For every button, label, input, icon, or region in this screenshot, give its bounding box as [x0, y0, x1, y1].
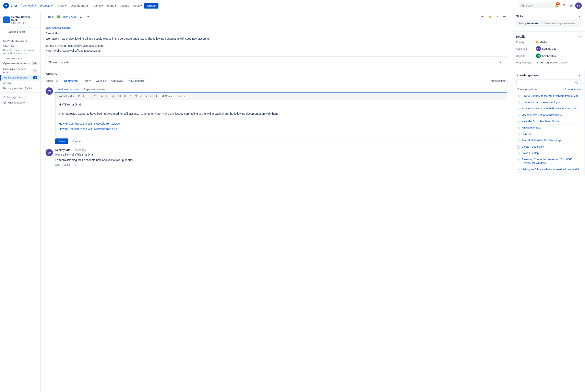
- thumbsup-icon[interactable]: 👍: [486, 14, 493, 20]
- comment-emoji-action[interactable]: ☺: [75, 164, 77, 166]
- priority-row: Priority Medium: [516, 41, 581, 44]
- settings-icon[interactable]: ⚙️: [568, 2, 574, 9]
- give-feedback-icon: 📢: [3, 101, 7, 104]
- similar-requests-expand[interactable]: ▾: [497, 59, 503, 66]
- toolbar-code[interactable]: <>: [139, 94, 144, 98]
- search-input[interactable]: [526, 4, 550, 7]
- toolbar-plus[interactable]: +: [149, 94, 153, 98]
- toolbar-mention[interactable]: @: [123, 94, 128, 98]
- tab-comments[interactable]: Comments: [63, 78, 79, 83]
- toolbar-text-style[interactable]: Normal text ▾: [57, 94, 75, 98]
- kb-article-0[interactable]: 📄 How to Connect to the WiFi Network fro…: [516, 93, 580, 99]
- toolbar-bold[interactable]: B: [77, 94, 81, 98]
- nav-your-work[interactable]: Your work ▾: [20, 3, 38, 8]
- nav-apps[interactable]: Apps ▾: [131, 3, 143, 8]
- add-internal-note-tab[interactable]: Add internal note: [55, 86, 81, 92]
- sidebar-item-recently-resolved[interactable]: Recently resolved (last 7 d...: [0, 86, 41, 91]
- nav-projects[interactable]: Projects ▾: [39, 3, 54, 8]
- kb-article-icon-3: 📄: [516, 114, 520, 117]
- editor-link-2[interactable]: How to Connect to the WiFi Network from …: [59, 127, 503, 131]
- editor-content[interactable]: Hi @Keisha Onai , The requested accounts…: [55, 100, 507, 136]
- toolbar-info[interactable]: ℹ: [145, 94, 148, 98]
- tab-approvals[interactable]: Approvals: [109, 78, 124, 83]
- toolbar-emoji[interactable]: ☺: [128, 94, 133, 98]
- summarize-button[interactable]: ✦ Summarize: [126, 78, 147, 83]
- kb-article-icon-9: 📄: [516, 152, 520, 155]
- kb-create-article-button[interactable]: + Create article: [562, 88, 580, 91]
- watch-icon[interactable]: 👁: [479, 14, 486, 20]
- nav-assets[interactable]: Assets: [119, 3, 131, 8]
- editor-link-1[interactable]: How to Connect to the WiFi Network from …: [59, 122, 503, 126]
- newest-first-sort[interactable]: Newest first ↕: [491, 79, 507, 82]
- project-name: Central Service Desk: [12, 16, 37, 22]
- summarize-icon: ✦: [128, 79, 130, 82]
- kb-article-text-5: Knowledge Base: [521, 126, 541, 130]
- tab-history[interactable]: History: [81, 78, 92, 83]
- tab-all[interactable]: All: [55, 78, 61, 83]
- toolbar-ai[interactable]: ✦: [154, 94, 159, 98]
- toolbar-number-list[interactable]: 1.: [104, 94, 109, 98]
- create-button[interactable]: Create: [144, 3, 159, 8]
- user-avatar[interactable]: SV: [575, 2, 582, 9]
- sidebar-item-give-feedback[interactable]: 📢 Give feedback: [0, 100, 41, 105]
- comment-delete-action[interactable]: Delete: [64, 164, 71, 166]
- cancel-button[interactable]: Cancel: [70, 138, 84, 144]
- kb-article-7[interactable]: 📄 TeamHuddle (Web Conferencing): [516, 137, 580, 144]
- view-portal-link[interactable]: View request in portal: [46, 26, 507, 29]
- kb-search-box[interactable]: 🔍: [516, 79, 580, 86]
- kb-article-3[interactable]: 📄 Macbook Pro Setup for new users: [516, 112, 580, 118]
- sidebar-item-my-requests[interactable]: My service requests 4: [0, 75, 41, 80]
- similar-requests-more[interactable]: •••: [489, 59, 495, 66]
- toolbar-table[interactable]: ⊞: [134, 94, 138, 98]
- sidebar-item-unassigned[interactable]: Unassigned service requ... 1: [0, 66, 41, 75]
- toolbar-text-color[interactable]: A▾: [93, 94, 98, 98]
- recently-resolved-label: Recently resolved (last 7 d...: [3, 86, 37, 90]
- knowledge-base-section: Knowledge base ▲ 🔍 15 related articles +…: [512, 70, 585, 176]
- logo[interactable]: Jira: [3, 3, 17, 8]
- kb-article-5[interactable]: 📄 Knowledge Base: [516, 125, 580, 131]
- kb-article-11[interactable]: 📄 Visiting an Office - What you need to …: [516, 166, 580, 172]
- nav-plans[interactable]: Plans ▾: [105, 3, 118, 8]
- kb-article-9[interactable]: 📄 Broken Laptop: [516, 150, 580, 156]
- kb-article-2[interactable]: 📄 How to Connect to the WiFi Network fro…: [516, 106, 580, 112]
- canned-responses-button[interactable]: ↺ Canned responses: [160, 94, 189, 98]
- share-icon[interactable]: ↗: [494, 14, 500, 20]
- kb-article-8[interactable]: 📄 Global - Dog policy: [516, 144, 580, 150]
- nav-dashboards[interactable]: Dashboards ▾: [69, 3, 90, 8]
- kb-article-10[interactable]: 📄 Resolving Connection Issues on Your Wi…: [516, 156, 580, 166]
- search-icon: 🔍: [521, 4, 524, 7]
- notification-bell-icon[interactable]: 🔔 9+: [553, 2, 560, 9]
- reply-to-customer-tab[interactable]: Reply to customer: [81, 86, 108, 92]
- toolbar-link[interactable]: 🔗: [111, 94, 117, 98]
- kb-article-1[interactable]: 📄 How to onboard a new employee: [516, 99, 580, 106]
- issue-key-badge: 🟩: [56, 15, 61, 18]
- save-button[interactable]: Save: [55, 138, 68, 144]
- kb-collapse-icon[interactable]: ▲: [578, 74, 580, 77]
- tab-worklog[interactable]: Work log: [94, 78, 108, 83]
- toolbar-image[interactable]: 🖼: [117, 94, 122, 98]
- comment-edit-action[interactable]: Edit: [55, 164, 60, 166]
- sidebar-item-manage-queues[interactable]: ⚙ Manage queues: [0, 94, 41, 100]
- kb-article-4[interactable]: 📄 New MacBook Pro Setup Guide: [516, 118, 580, 125]
- nav-teams[interactable]: Teams ▾: [91, 3, 105, 8]
- kb-search-input[interactable]: [519, 81, 573, 84]
- sidebar-item-open-requests[interactable]: Open service requests 16: [0, 60, 41, 66]
- help-icon[interactable]: ❓: [560, 2, 567, 9]
- sla-header: SLAs ▲: [516, 15, 581, 18]
- toolbar-italic[interactable]: I: [82, 94, 85, 98]
- kb-article-6[interactable]: 📄 SSO PIR: [516, 131, 580, 137]
- issue-key[interactable]: 🟩 ITSM-17065: [56, 15, 77, 18]
- toolbar-bullet-list[interactable]: ≡: [100, 94, 104, 98]
- toolbar-more-format[interactable]: •••: [86, 94, 91, 98]
- issue-nav-down[interactable]: ▼: [85, 14, 91, 20]
- sidebar-header: 🎧 Central Service Desk Service project: [0, 14, 41, 26]
- more-actions-icon[interactable]: •••: [501, 14, 508, 20]
- comment-line-1: Hope all is well @Keisha Onai !: [55, 152, 507, 157]
- back-button[interactable]: ← Back: [45, 15, 54, 18]
- sla-collapse-icon[interactable]: ▲: [578, 15, 581, 18]
- issue-nav-up[interactable]: ▲: [78, 14, 84, 20]
- nav-filters[interactable]: Filters ▾: [55, 3, 68, 8]
- back-to-project-button[interactable]: ← Back to project: [0, 29, 41, 34]
- search-box[interactable]: 🔍: [519, 3, 552, 8]
- details-collapse-icon[interactable]: ▲: [578, 35, 581, 38]
